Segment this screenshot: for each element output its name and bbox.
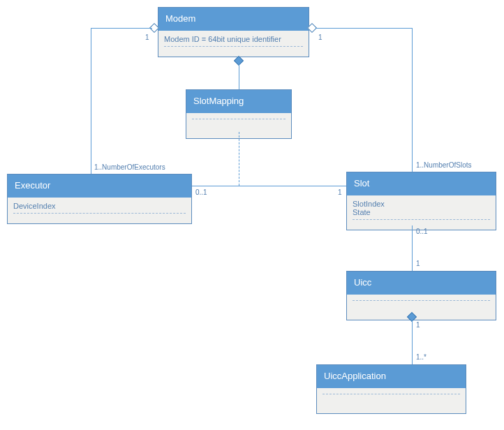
class-uicc-header: Uicc xyxy=(347,272,496,295)
class-slot-body: SlotIndex State xyxy=(347,195,496,230)
separator xyxy=(13,213,186,216)
separator xyxy=(164,46,303,50)
class-modem-body: Modem ID = 64bit unique identifier xyxy=(158,31,309,57)
mult-slot-bottom: 0..1 xyxy=(416,228,428,235)
class-uicc: Uicc xyxy=(346,271,496,320)
class-modem: Modem Modem ID = 64bit unique identifier xyxy=(158,7,309,57)
line-modem-executor-v xyxy=(91,28,91,174)
class-executor-body: DeviceIndex xyxy=(8,198,191,223)
class-uicc-title: Uicc xyxy=(354,277,371,288)
line-modem-executor-h xyxy=(91,28,152,29)
class-uiccapp-header: UiccApplication xyxy=(317,365,466,388)
class-executor-attr: DeviceIndex xyxy=(13,202,186,210)
class-slot-attr2: State xyxy=(353,208,490,216)
line-executor-slot xyxy=(192,186,346,186)
class-slotmapping-header: SlotMapping xyxy=(186,90,291,113)
line-modem-slot-h xyxy=(316,28,412,29)
class-uiccapp-body xyxy=(317,388,466,413)
separator xyxy=(353,219,490,223)
class-slot-header: Slot xyxy=(347,172,496,195)
mult-uicc-bottom: 1 xyxy=(416,321,420,329)
class-slotmapping-title: SlotMapping xyxy=(193,96,244,106)
mult-slot-left: 1 xyxy=(338,188,342,196)
class-uicc-body xyxy=(347,295,496,320)
mult-modem-left: 1 xyxy=(145,34,149,41)
mult-exec-top: 1..NumberOfExecutors xyxy=(94,163,165,171)
class-modem-title: Modem xyxy=(165,13,195,24)
class-uiccapp-title: UiccApplication xyxy=(324,371,386,381)
class-modem-header: Modem xyxy=(158,8,309,31)
class-modem-attr: Modem ID = 64bit unique identifier xyxy=(164,35,303,43)
mult-slot-top: 1..NumberOfSlots xyxy=(416,161,471,169)
mult-uiccapp-top: 1..* xyxy=(416,353,427,361)
line-modem-slotmapping xyxy=(239,64,239,89)
class-slot: Slot SlotIndex State xyxy=(346,172,496,230)
mult-modem-right: 1 xyxy=(318,34,323,41)
line-mapping-assoc xyxy=(239,132,239,186)
line-uicc-uiccapp xyxy=(412,320,413,364)
mult-exec-right: 0..1 xyxy=(195,188,207,196)
class-executor-header: Executor xyxy=(8,175,191,198)
mult-uicc-top: 1 xyxy=(416,260,420,267)
class-slot-title: Slot xyxy=(354,178,369,188)
class-executor-title: Executor xyxy=(15,180,50,191)
class-slot-attr1: SlotIndex xyxy=(353,200,490,208)
class-executor: Executor DeviceIndex xyxy=(7,174,192,224)
line-modem-slot-v xyxy=(412,28,413,172)
line-slot-uicc xyxy=(412,225,413,271)
class-uiccapp: UiccApplication xyxy=(316,364,466,414)
